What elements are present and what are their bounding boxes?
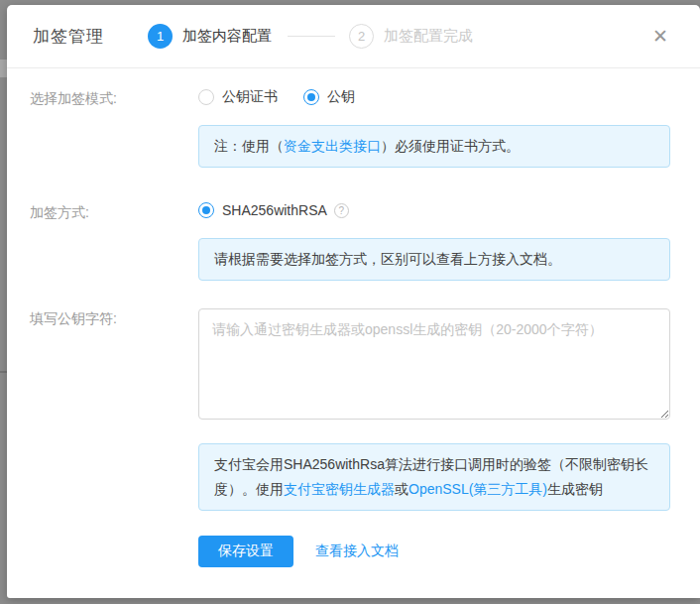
pubkey-note-part3: 生成密钥: [547, 481, 603, 497]
method-note-box: 请根据需要选择加签方式，区别可以查看上方接入文档。: [198, 238, 670, 281]
form-row-sign-mode: 选择加签模式: 公钥证书 公钥: [30, 88, 670, 108]
mode-note-box: 注：使用（资金支出类接口）必须使用证书方式。: [198, 125, 670, 168]
radio-circle-checked: [198, 202, 214, 218]
radio-circle-unchecked: [198, 89, 214, 105]
dimmed-background-fragment: [0, 60, 7, 77]
help-question-icon[interactable]: ?: [334, 203, 349, 218]
alipay-key-generator-link[interactable]: 支付宝密钥生成器: [284, 481, 395, 497]
form-row-pubkey-note: 支付宝会用SHA256withRsa算法进行接口调用时的验签（不限制密钥长度）。…: [30, 443, 670, 511]
pubkey-note-part2: 或: [395, 481, 408, 497]
pubkey-note-box: 支付宝会用SHA256withRsa算法进行接口调用时的验签（不限制密钥长度）。…: [198, 443, 670, 511]
dialog-header: 加签管理 1 加签内容配置 2 加签配置完成 ✕: [7, 5, 700, 68]
form-row-sign-method: 加签方式: SHA256withRSA ?: [30, 202, 670, 222]
close-icon[interactable]: ✕: [648, 25, 672, 48]
openssl-link[interactable]: OpenSSL(第三方工具): [408, 481, 547, 497]
radio-public-key-label: 公钥: [327, 88, 355, 106]
step-1-circle: 1: [148, 24, 173, 49]
footer-actions: 保存设置 查看接入文档: [198, 536, 670, 567]
form-row-mode-note: 注：使用（资金支出类接口）必须使用证书方式。: [30, 125, 670, 168]
sign-method-radio-group: SHA256withRSA ?: [198, 202, 670, 218]
step-1-label: 加签内容配置: [182, 27, 272, 46]
radio-circle-checked: [303, 89, 319, 105]
radio-public-key-cert[interactable]: 公钥证书: [198, 88, 278, 106]
step-2-label: 加签配置完成: [384, 27, 473, 46]
radio-sha256withrsa-label: SHA256withRSA: [222, 202, 327, 218]
form-row-method-note: 请根据需要选择加签方式，区别可以查看上方接入文档。: [30, 238, 670, 281]
public-key-label: 填写公钥字符:: [30, 308, 198, 328]
dialog-title: 加签管理: [33, 25, 104, 48]
footer-actions-row: 保存设置 查看接入文档: [30, 536, 670, 567]
step-connector-line: [288, 36, 335, 37]
mode-note-prefix: 注：使用（: [214, 138, 284, 154]
save-settings-button[interactable]: 保存设置: [198, 536, 293, 567]
radio-public-key[interactable]: 公钥: [303, 88, 355, 106]
public-key-field-wrap: [198, 308, 670, 423]
mode-note-suffix: ）必须使用证书方式。: [381, 138, 520, 154]
step-2-circle: 2: [349, 24, 374, 49]
sign-method-label: 加签方式:: [30, 202, 198, 222]
sign-mode-label: 选择加签模式:: [30, 88, 198, 108]
dimmed-background-fragment: [0, 371, 7, 373]
form-row-public-key: 填写公钥字符:: [30, 308, 670, 423]
radio-public-key-cert-label: 公钥证书: [222, 88, 278, 106]
step-indicator: 1 加签内容配置 2 加签配置完成: [148, 24, 473, 49]
dialog-body: 选择加签模式: 公钥证书 公钥 注：使用（资金支出类接口）必须使用证书方式。 加…: [7, 68, 700, 567]
fund-payout-api-link[interactable]: 资金支出类接口: [284, 138, 381, 154]
radio-sha256withrsa[interactable]: SHA256withRSA: [198, 202, 327, 218]
sign-mode-radio-group: 公钥证书 公钥: [198, 88, 670, 106]
public-key-textarea[interactable]: [198, 308, 670, 420]
view-docs-link[interactable]: 查看接入文档: [315, 543, 399, 560]
signature-management-dialog: 加签管理 1 加签内容配置 2 加签配置完成 ✕ 选择加签模式: 公钥证书 公钥: [7, 5, 700, 598]
